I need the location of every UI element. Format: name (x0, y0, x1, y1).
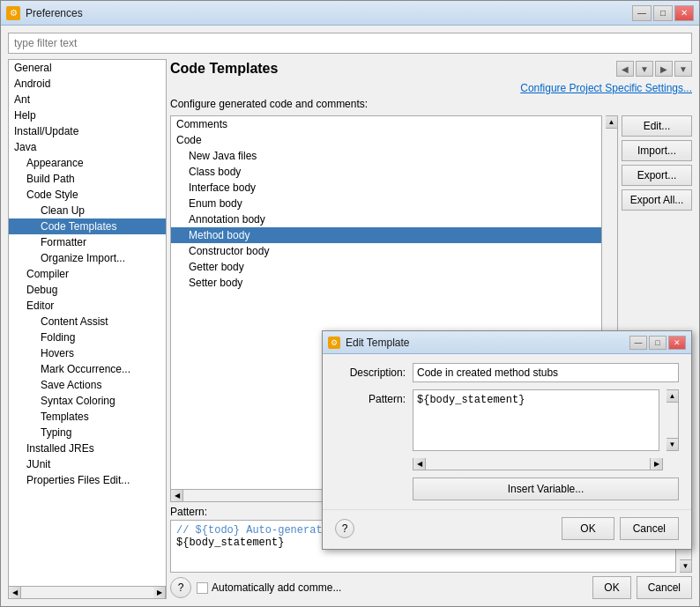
tree-item-code-templates[interactable]: Code Templates (9, 218, 166, 234)
template-setter-body[interactable]: Setter body (171, 275, 601, 291)
tree-item-help[interactable]: Help (9, 107, 166, 123)
tree-item-compiler[interactable]: Compiler (9, 266, 166, 282)
ok-button[interactable]: OK (592, 576, 630, 599)
tree-item-syntax-coloring[interactable]: Syntax Coloring (9, 393, 166, 409)
tree-item-junit[interactable]: JUnit (9, 456, 166, 472)
search-input[interactable] (8, 33, 692, 54)
bottom-row: ? Automatically add comme... OK Cancel (170, 576, 692, 599)
dialog-scroll-up[interactable]: ▲ (666, 390, 678, 403)
tree-item-java[interactable]: Java (9, 139, 166, 155)
minimize-button[interactable]: — (632, 5, 652, 21)
tree-item-ant[interactable]: Ant (9, 92, 166, 107)
scroll-left-btn[interactable]: ◀ (9, 587, 21, 598)
tree-item-templates[interactable]: Templates (9, 409, 166, 425)
template-enum-body[interactable]: Enum body (171, 196, 601, 211)
dialog-close-button[interactable]: ✕ (668, 336, 686, 350)
tree-item-clean-up[interactable]: Clean Up (9, 203, 166, 218)
tree-item-save-actions[interactable]: Save Actions (9, 377, 166, 393)
left-panel: General Android Ant Help Install/Update … (8, 59, 167, 587)
tree-item-appearance[interactable]: Appearance (9, 155, 166, 171)
import-button[interactable]: Import... (622, 140, 692, 161)
dialog-ok-button[interactable]: OK (562, 517, 614, 540)
template-interface-body[interactable]: Interface body (171, 180, 601, 196)
dialog-cancel-button[interactable]: Cancel (620, 517, 679, 540)
page-title: Code Templates (170, 61, 278, 77)
pattern-body-statement: ${body_statement} (176, 537, 284, 549)
dialog-textarea-hscroll[interactable]: ◀ ▶ (413, 458, 663, 470)
tree-item-install-update[interactable]: Install/Update (9, 123, 166, 139)
scroll-left-icon[interactable]: ◀ (171, 490, 183, 501)
help-button[interactable]: ? (170, 577, 191, 598)
tree-item-code-style[interactable]: Code Style (9, 187, 166, 203)
tree-item-formatter[interactable]: Formatter (9, 234, 166, 250)
scroll-up-btn[interactable]: ▲ (606, 116, 617, 129)
tree-item-content-assist[interactable]: Content Assist (9, 314, 166, 329)
dialog-scroll-down[interactable]: ▼ (666, 438, 678, 450)
tree-item-mark-occurrences[interactable]: Mark Occurrence... (9, 361, 166, 377)
scroll-right-btn[interactable]: ▶ (153, 587, 166, 598)
dialog-help-button[interactable]: ? (335, 519, 354, 538)
template-annotation-body[interactable]: Annotation body (171, 211, 601, 227)
close-button[interactable]: ✕ (674, 5, 694, 21)
dialog-textarea-scrollbar: ▲ ▼ (666, 389, 679, 451)
dialog-controls: — □ ✕ (629, 336, 686, 350)
pattern-row: Pattern: ${body_statement} ▲ ▼ (335, 389, 679, 451)
tree-item-general[interactable]: General (9, 60, 166, 76)
template-getter-body[interactable]: Getter body (171, 259, 601, 275)
template-constructor-body[interactable]: Constructor body (171, 243, 601, 259)
dialog-hscroll-track (426, 458, 650, 470)
description-input[interactable] (413, 363, 679, 382)
forward-button[interactable]: ▶ (655, 61, 673, 77)
tree-item-hovers[interactable]: Hovers (9, 345, 166, 361)
configure-project-link[interactable]: Configure Project Specific Settings... (170, 82, 692, 94)
maximize-button[interactable]: □ (653, 5, 673, 21)
insert-variable-button[interactable]: Insert Variable... (413, 477, 679, 500)
left-panel-horizontal-scrollbar[interactable]: ◀ ▶ (8, 587, 167, 599)
back-button[interactable]: ◀ (616, 61, 634, 77)
dialog-action-buttons: OK Cancel (562, 517, 679, 540)
export-button[interactable]: Export... (622, 165, 692, 186)
dialog-hscroll-right[interactable]: ▶ (650, 458, 662, 470)
auto-add-checkbox[interactable] (197, 582, 208, 594)
template-method-body[interactable]: Method body (171, 227, 601, 243)
description-label: Description: (335, 366, 406, 379)
cancel-button[interactable]: Cancel (637, 576, 692, 599)
dialog-body: Description: Pattern: ${body_statement} … (323, 354, 691, 509)
tree-item-typing[interactable]: Typing (9, 425, 166, 440)
tree-item-folding[interactable]: Folding (9, 329, 166, 345)
dialog-maximize-button[interactable]: □ (649, 336, 666, 350)
back-dropdown-button[interactable]: ▼ (636, 61, 653, 77)
checkbox-row: Automatically add comme... (197, 581, 587, 594)
window-icon: ⚙ (6, 6, 20, 20)
tree-item-editor[interactable]: Editor (9, 298, 166, 314)
pattern-scroll-down[interactable]: ▼ (680, 559, 691, 572)
template-class-body[interactable]: Class body (171, 164, 601, 180)
template-new-java-files[interactable]: New Java files (171, 148, 601, 164)
main-window: ⚙ Preferences — □ ✕ General Androi (0, 0, 700, 607)
dialog-minimize-button[interactable]: — (629, 336, 647, 350)
forward-dropdown-button[interactable]: ▼ (674, 61, 692, 77)
dialog-pattern-textarea[interactable]: ${body_statement} (413, 389, 659, 451)
tree-item-android[interactable]: Android (9, 76, 166, 92)
search-bar (8, 33, 692, 54)
tree-item-organize-imports[interactable]: Organize Import... (9, 250, 166, 266)
dialog-title-bar: ⚙ Edit Template — □ ✕ (323, 331, 691, 354)
left-panel-wrap: General Android Ant Help Install/Update … (8, 59, 167, 599)
dialog-hscroll-left[interactable]: ◀ (413, 458, 426, 470)
tree-item-installed-jres[interactable]: Installed JREs (9, 440, 166, 456)
window-controls: — □ ✕ (632, 5, 694, 21)
nav-buttons: ◀ ▼ ▶ ▼ (616, 61, 692, 77)
tree-item-properties-files-editor[interactable]: Properties Files Edit... (9, 472, 166, 488)
edit-button[interactable]: Edit... (622, 115, 692, 137)
dialog-bottom: ? OK Cancel (323, 509, 691, 549)
export-all-button[interactable]: Export All... (622, 189, 692, 211)
template-comments[interactable]: Comments (171, 116, 601, 132)
tree-item-build-path[interactable]: Build Path (9, 171, 166, 187)
tree-item-debug[interactable]: Debug (9, 282, 166, 298)
section-label: Configure generated code and comments: (170, 98, 692, 110)
dialog-pattern-label: Pattern: (335, 393, 406, 405)
template-code[interactable]: Code (171, 132, 601, 148)
right-header: Code Templates ◀ ▼ ▶ ▼ (170, 59, 692, 78)
scroll-track (21, 587, 153, 598)
bottom-buttons: OK Cancel (592, 576, 692, 599)
